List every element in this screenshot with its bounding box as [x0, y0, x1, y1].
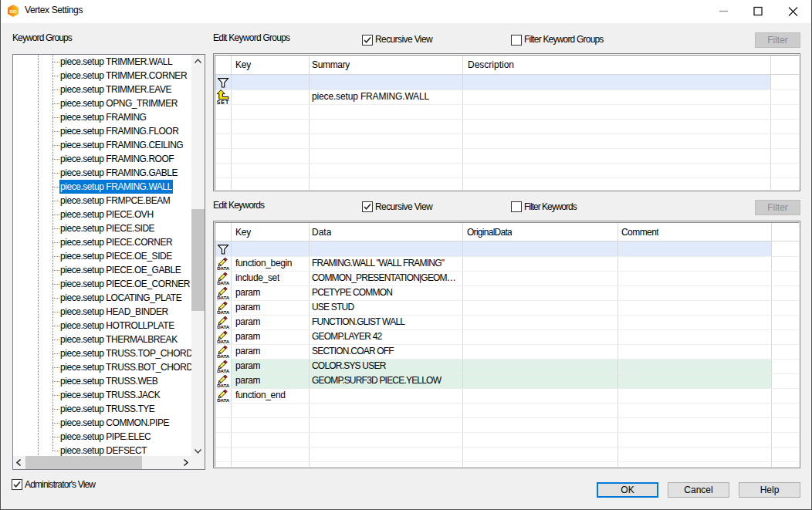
- svg-text:DATA: DATA: [217, 324, 229, 329]
- svg-text:DATA: DATA: [217, 280, 229, 285]
- svg-text:DATA: DATA: [217, 368, 229, 373]
- svg-text:DATA: DATA: [217, 397, 229, 403]
- svg-text:DATA: DATA: [217, 295, 229, 300]
- svg-text:DATA: DATA: [217, 265, 229, 271]
- svg-text:DATA: DATA: [217, 383, 229, 388]
- svg-text:DATA: DATA: [217, 309, 229, 315]
- svg-text:SET: SET: [217, 100, 230, 105]
- svg-text:BD: BD: [10, 8, 17, 14]
- svg-text:DATA: DATA: [217, 339, 229, 344]
- svg-text:DATA: DATA: [217, 353, 229, 359]
